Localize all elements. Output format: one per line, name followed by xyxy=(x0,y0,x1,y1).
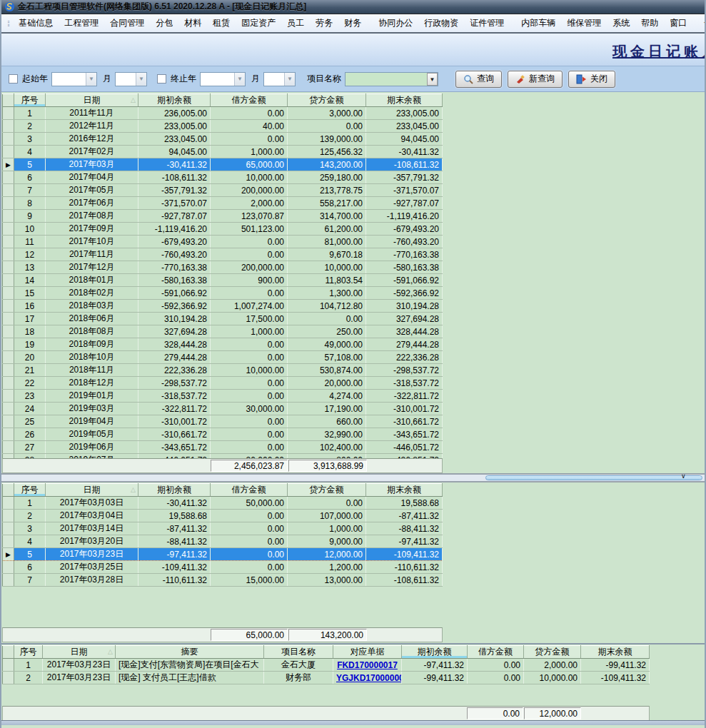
monthly-row[interactable]: 32016年12月233,045.000.00139,000.0094,045.… xyxy=(3,133,443,146)
monthly-row[interactable]: 22012年11月233,005.0040.000.00233,045.00 xyxy=(3,120,443,133)
monthly-row[interactable]: 242019年03月-322,811.7230,000.0017,190.00-… xyxy=(3,403,443,415)
monthly-row[interactable]: 172018年06月310,194.2817,500.000.00327,694… xyxy=(3,313,443,325)
detail-header-7[interactable]: 借方金额 xyxy=(468,646,524,659)
menu-item-17[interactable]: 帮助 xyxy=(635,16,664,30)
start-year-select[interactable]: ▼ xyxy=(51,72,97,86)
query-button[interactable]: 查询 xyxy=(455,71,502,88)
monthly-row[interactable]: 202018年10月279,444.280.0057,108.00222,336… xyxy=(3,351,443,364)
end-year-checkbox[interactable] xyxy=(157,74,166,84)
menu-item-13[interactable]: 证件管理 xyxy=(464,16,510,30)
menu-item-2[interactable]: 工程管理 xyxy=(59,16,104,30)
monthly-header-6[interactable]: 期末余额 xyxy=(366,94,443,107)
detail-header-9[interactable]: 期末余额 xyxy=(581,646,650,659)
scrollbar-thumb[interactable] xyxy=(485,475,702,480)
end-month-select[interactable]: ▼ xyxy=(263,72,296,86)
document-link[interactable]: YGJKD170000001 xyxy=(336,673,402,683)
menu-item-3[interactable]: 合同管理 xyxy=(104,16,150,30)
detail-row[interactable]: 12017年03月23日[现金]支付[东营物资局]在项目[金石大金石大厦FKD1… xyxy=(3,659,650,672)
start-month-select[interactable]: ▼ xyxy=(115,72,147,86)
monthly-row[interactable]: 142018年01月-580,163.38900.0011,803.54-591… xyxy=(3,274,443,287)
daily-row[interactable]: ▶52017年03月23日-97,411.320.0012,000.00-109… xyxy=(3,548,443,561)
daily-row[interactable]: 42017年03月20日-88,411.320.009,000.00-97,41… xyxy=(3,535,443,548)
menu-item-7[interactable]: 固定资产 xyxy=(236,16,281,30)
monthly-row[interactable]: 92017年08月-927,787.07123,070.87314,700.00… xyxy=(3,210,443,223)
detail-header-6[interactable]: 期初余额 xyxy=(402,646,468,659)
monthly-header-1[interactable]: 序号 xyxy=(14,94,46,107)
detail-header-8[interactable]: 贷方金额 xyxy=(524,646,581,659)
document-link[interactable]: FKD170000017 xyxy=(337,660,398,670)
monthly-row[interactable]: 62017年04月-108,611.3210,000.00259,180.00-… xyxy=(3,171,443,184)
start-year-checkbox[interactable] xyxy=(9,74,18,84)
daily-header-4[interactable]: 借方金额 xyxy=(211,484,288,497)
daily-row[interactable]: 22017年03月04日19,588.680.00107,000.00-87,4… xyxy=(3,510,443,522)
detail-cell: -97,411.32 xyxy=(402,659,468,672)
monthly-row[interactable]: 162018年03月-592,366.921,007,274.00104,712… xyxy=(3,300,443,313)
monthly-row[interactable]: 122017年11月-760,493.200.009,670.18-770,16… xyxy=(3,248,443,261)
horizontal-scrollbar[interactable]: ∨ xyxy=(1,473,705,482)
menu-item-9[interactable]: 劳务 xyxy=(310,16,338,30)
menu-item-15[interactable]: 维保管理 xyxy=(561,16,607,30)
menu-item-1[interactable]: 基础信息 xyxy=(13,16,59,30)
monthly-row[interactable]: 12011年11月236,005.000.003,000.00233,005.0… xyxy=(3,107,443,120)
close-button[interactable]: 关闭 xyxy=(568,71,615,88)
daily-header-3[interactable]: 期初余额 xyxy=(138,484,211,497)
daily-row[interactable]: 62017年03月25日-109,411.320.001,200.00-110,… xyxy=(3,561,443,574)
detail-header-2[interactable]: 日期△ xyxy=(43,646,116,659)
daily-cell: 2017年03月03日 xyxy=(46,497,138,510)
menu-item-10[interactable]: 财务 xyxy=(338,16,367,30)
monthly-row[interactable]: 102017年09月-1,119,416.20501,123.0061,200.… xyxy=(3,223,443,236)
menu-item-14[interactable]: 内部车辆 xyxy=(515,16,561,30)
menu-item-6[interactable]: 租赁 xyxy=(207,16,236,30)
monthly-cell: 11,803.54 xyxy=(288,274,366,287)
chevron-down-icon[interactable]: ∨ xyxy=(681,472,686,480)
menu-item-8[interactable]: 员工 xyxy=(281,16,310,30)
daily-row[interactable]: 72017年03月28日-110,611.3215,000.0013,000.0… xyxy=(3,574,443,587)
monthly-row[interactable]: 152018年02月-591,066.920.001,300.00-592,36… xyxy=(3,287,443,300)
monthly-header-2[interactable]: 日期△ xyxy=(46,94,138,107)
project-name-select[interactable]: ▼ xyxy=(345,72,438,86)
filter-bar: 起始年 ▼ 月 ▼ 终止年 ▼ 月 ▼ 项目名称 ▼ xyxy=(1,66,705,92)
monthly-row[interactable]: 232019年01月-318,537.720.004,274.00-322,81… xyxy=(3,390,443,403)
daily-row[interactable]: 32017年03月14日-87,411.320.001,000.00-88,41… xyxy=(3,522,443,535)
monthly-row[interactable]: 132017年12月-770,163.38200,000.0010,000.00… xyxy=(3,261,443,274)
monthly-header-5[interactable]: 贷方金额 xyxy=(288,94,366,107)
monthly-row[interactable]: 82017年06月-371,570.072,000.00558,217.00-9… xyxy=(3,197,443,210)
monthly-cell: 0.00 xyxy=(211,428,288,441)
menu-item-11[interactable]: 协同办公 xyxy=(373,16,418,30)
monthly-header-3[interactable]: 期初余额 xyxy=(138,94,211,107)
monthly-row[interactable]: 262019年05月-310,661.720.0032,990.00-343,6… xyxy=(3,428,443,441)
detail-header-3[interactable]: 摘要 xyxy=(116,646,264,659)
menu-item-4[interactable]: 分包 xyxy=(150,16,178,30)
detail-header-4[interactable]: 项目名称 xyxy=(264,646,333,659)
monthly-row[interactable]: 112017年10月-679,493.200.0081,000.00-760,4… xyxy=(3,236,443,248)
daily-header-1[interactable]: 序号 xyxy=(14,484,46,497)
daily-header-6[interactable]: 期末余额 xyxy=(366,484,443,497)
menu-item-5[interactable]: 材料 xyxy=(178,16,207,30)
monthly-cell: 65,000.00 xyxy=(211,158,288,171)
end-year-select[interactable]: ▼ xyxy=(200,72,246,86)
menu-item-18[interactable]: 窗口 xyxy=(664,16,692,30)
detail-header-5[interactable]: 对应单据 xyxy=(333,646,402,659)
daily-header-2[interactable]: 日期△ xyxy=(46,484,138,497)
monthly-row[interactable]: 182018年08月327,694.281,000.00250.00328,44… xyxy=(3,325,443,338)
monthly-cell: 2017年02月 xyxy=(46,146,138,158)
daily-cell: 12,000.00 xyxy=(288,548,366,561)
monthly-row[interactable]: ▶52017年03月-30,411.3265,000.00143,200.00-… xyxy=(3,158,443,171)
new-query-button[interactable]: 新查询 xyxy=(508,71,563,88)
detail-row[interactable]: 22017年03月23日[现金] 支付员工[王志]借款财务部YGJKD17000… xyxy=(3,672,650,684)
daily-header-5[interactable]: 贷方金额 xyxy=(288,484,366,497)
daily-row[interactable]: 12017年03月03日-30,411.3250,000.000.0019,58… xyxy=(3,497,443,510)
monthly-row[interactable]: 212018年11月222,336.2810,000.00530,874.00-… xyxy=(3,364,443,377)
monthly-row[interactable]: 192018年09月328,444.280.0049,000.00279,444… xyxy=(3,338,443,351)
monthly-row[interactable]: 272019年06月-343,651.720.00102,400.00-446,… xyxy=(3,441,443,454)
monthly-row[interactable]: 252019年04月-310,001.720.00660.00-310,661.… xyxy=(3,415,443,428)
detail-header-1[interactable]: 序号 xyxy=(14,646,43,659)
monthly-row[interactable]: 222018年12月-298,537.720.0020,000.00-318,5… xyxy=(3,377,443,390)
monthly-cell: 660.00 xyxy=(288,415,366,428)
monthly-row[interactable]: 72017年05月-357,791.32200,000.00213,778.75… xyxy=(3,184,443,197)
monthly-header-4[interactable]: 借方金额 xyxy=(211,94,288,107)
monthly-row[interactable]: 42017年02月94,045.001,000.00125,456.32-30,… xyxy=(3,146,443,158)
menu-item-19[interactable]: 领导查询 xyxy=(698,16,705,30)
menu-item-12[interactable]: 行政物资 xyxy=(418,16,464,30)
menu-item-16[interactable]: 系统 xyxy=(607,16,635,30)
